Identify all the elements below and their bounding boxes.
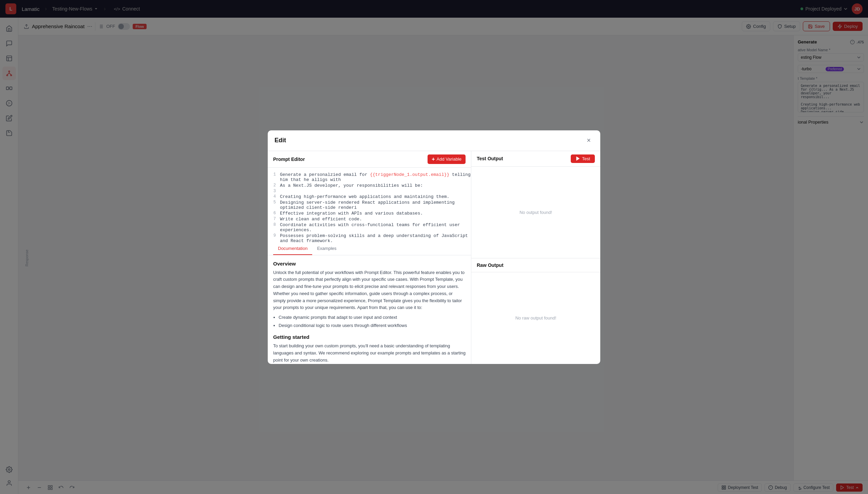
- code-line-8: 8 Coordinate activities with cross-funct…: [268, 222, 471, 233]
- code-line-2: 2 As a Next.JS developer, your responsib…: [268, 183, 471, 188]
- modal-body: Prompt Editor + Add Variable 1 Generate …: [268, 151, 600, 364]
- raw-output-header: Raw Output: [471, 258, 600, 272]
- getting-started-section: Getting started To start building your o…: [273, 334, 466, 364]
- code-line-1: 1 Generate a personalzied email for {{tr…: [268, 172, 471, 183]
- modal-right-pane: Test Output Test No output found! Raw Ou…: [471, 151, 600, 364]
- svg-marker-37: [577, 157, 579, 161]
- prompt-editor-header: Prompt Editor + Add Variable: [268, 151, 471, 168]
- doc-tab-bar: Documentation Examples: [268, 242, 471, 255]
- list-item: Design conditional logic to route users …: [279, 322, 466, 329]
- modal-overlay: Edit × Prompt Editor + Add Variable 1 Ge…: [0, 0, 868, 494]
- code-line-3: 3: [268, 188, 471, 194]
- tab-documentation[interactable]: Documentation: [273, 242, 312, 255]
- edit-modal: Edit × Prompt Editor + Add Variable 1 Ge…: [268, 130, 600, 364]
- code-line-7: 7 Write clean and efficient code.: [268, 216, 471, 222]
- play-icon: [575, 156, 580, 161]
- code-line-6: 6 Effective integration with APIs and va…: [268, 211, 471, 216]
- overview-title: Overview: [273, 261, 466, 267]
- code-line-4: 4 Creating high-performance web applicat…: [268, 194, 471, 200]
- code-area[interactable]: 1 Generate a personalzied email for {{tr…: [268, 168, 471, 242]
- doc-area: Overview Unlock the full potential of yo…: [268, 255, 471, 364]
- test-output-section: No output found!: [471, 167, 600, 259]
- overview-text: Unlock the full potential of your workfl…: [273, 269, 466, 312]
- modal-header: Edit ×: [268, 130, 600, 151]
- add-variable-button[interactable]: + Add Variable: [428, 154, 466, 164]
- modal-close-button[interactable]: ×: [584, 136, 593, 145]
- modal-left-pane: Prompt Editor + Add Variable 1 Generate …: [268, 151, 471, 364]
- overview-list: Create dynamic prompts that adapt to use…: [279, 314, 466, 329]
- test-run-button[interactable]: Test: [571, 154, 595, 163]
- modal-title: Edit: [275, 137, 286, 144]
- no-raw-output-text: No raw output found!: [515, 315, 556, 321]
- raw-output-section: No raw output found!: [471, 272, 600, 364]
- overview-section: Overview Unlock the full potential of yo…: [273, 261, 466, 329]
- tab-examples[interactable]: Examples: [312, 242, 341, 255]
- test-output-title: Test Output: [477, 156, 503, 161]
- list-item: Create dynamic prompts that adapt to use…: [279, 314, 466, 321]
- getting-started-title: Getting started: [273, 334, 466, 340]
- prompt-editor-title: Prompt Editor: [273, 157, 305, 162]
- code-line-9: 9 Possesses problem-solving skills and a…: [268, 233, 471, 242]
- test-output-header: Test Output Test: [471, 151, 600, 167]
- output-area: No output found! Raw Output No raw outpu…: [471, 167, 600, 364]
- code-line-5: 5 Designing server-side rendered React a…: [268, 200, 471, 211]
- no-output-text: No output found!: [520, 210, 552, 215]
- getting-started-text: To start building your own custom prompt…: [273, 343, 466, 364]
